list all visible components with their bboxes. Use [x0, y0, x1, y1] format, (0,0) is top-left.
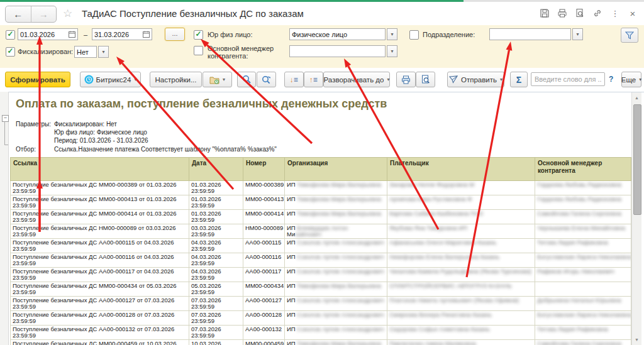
blurred-text: Якубова Яна Тимуровна ИП: [389, 224, 467, 231]
help-button[interactable]: ?: [609, 75, 613, 84]
more-button[interactable]: Еще ▾: [621, 72, 641, 87]
scroll-down-icon[interactable]: ▼: [632, 336, 641, 344]
table-row[interactable]: Поступление безналичных ДС АА00-000128 о…: [11, 311, 631, 326]
forward-button[interactable]: →: [31, 6, 57, 22]
header-date[interactable]: Дата: [189, 158, 243, 181]
chevron-down-icon: ▾: [387, 77, 389, 82]
report-variant-icon: [209, 75, 219, 84]
save-icon[interactable]: [538, 7, 551, 19]
blurred-text: Гордеева Любовь Радионовна: [537, 181, 621, 188]
link-icon[interactable]: [591, 7, 604, 19]
send-button[interactable]: Отправить ▾: [447, 72, 504, 87]
bitrix24-button[interactable]: Битрикс24 ▾: [80, 72, 141, 87]
blurred-text: Тимофеева Мира Валерьевна: [297, 195, 381, 202]
table-row[interactable]: Поступление безналичных ДС НМ00-000089 о…: [11, 224, 631, 239]
param-entity: Юр физ лицо: Физическое лицо: [54, 129, 147, 136]
scroll-up-icon[interactable]: ▲: [632, 94, 641, 102]
cell-number: АА00-000132: [243, 326, 285, 340]
fiscal-checkbox[interactable]: ✓: [6, 47, 15, 57]
expand-to-button[interactable]: Разворачивать до ▾: [323, 72, 390, 87]
cell-number: АА00-000117: [243, 268, 285, 282]
entity-checkbox[interactable]: ✓: [194, 30, 203, 40]
table-row[interactable]: Поступление безналичных ДС АА00-000127 о…: [11, 297, 631, 311]
division-select[interactable]: [489, 28, 571, 40]
entity-select[interactable]: Физическое лицо: [289, 28, 386, 40]
cell-ref: Поступление безналичных ДС ММ00-000459 о…: [11, 340, 189, 345]
period-checkbox[interactable]: ✓: [6, 30, 15, 40]
cell-date: 04.03.202623:59:59: [189, 268, 243, 282]
back-button[interactable]: ←: [6, 6, 31, 22]
filter-panel: ✓ 01.03.2026 – 31.03.2026 ... ✓ Фискализ…: [0, 25, 644, 68]
period-to-input[interactable]: 31.03.2026: [92, 28, 152, 40]
table-row[interactable]: Поступление безналичных ДС ММ00-000459 о…: [11, 340, 631, 345]
search-next-icon: [262, 75, 272, 84]
print-preview-icon[interactable]: [574, 7, 586, 19]
blurred-text: Павлюченко Амина Маликовна: [389, 340, 476, 345]
expand-to-label: Разворачивать до: [324, 76, 384, 84]
send-label: Отправить: [461, 76, 497, 84]
blurred-text: Тимофеева Мира Валерьевна: [297, 340, 381, 345]
report-variants-button[interactable]: ▾: [203, 72, 232, 87]
division-checkbox[interactable]: [409, 30, 419, 40]
manager-label: Основной менеджер контрагента:: [208, 45, 274, 60]
calendar-icon[interactable]: [69, 31, 75, 38]
cell-organization: ИП Тимофеева Мира Валерьевна: [285, 210, 387, 224]
favorite-star-icon[interactable]: ☆: [63, 7, 72, 20]
close-icon[interactable]: ×: [626, 7, 639, 19]
blurred-text: Карпова Сабина Казбековна ПАО: [389, 210, 483, 217]
cell-number: ММ00-000459: [243, 340, 285, 345]
manager-select[interactable]: [289, 45, 386, 57]
cell-ref: Поступление безналичных ДС АА00-000127 о…: [11, 297, 189, 311]
scrollbar-thumb[interactable]: [633, 104, 641, 215]
blurred-text: Платонов Никита Артемьевич (Якова Уфимов…: [389, 297, 519, 304]
cell-payer: Смирнова Венера Ринатовна Казань: [387, 311, 535, 326]
search-input[interactable]: [531, 72, 605, 86]
table-row[interactable]: Поступление безналичных ДС ММ00-000389 о…: [11, 181, 631, 195]
table-row[interactable]: Поступление безналичных ДС АА00-000115 о…: [11, 239, 631, 253]
search-button[interactable]: [237, 72, 256, 87]
period-from-input[interactable]: 01.03.2026: [18, 28, 78, 40]
more-menu-icon[interactable]: ⋮: [609, 7, 621, 19]
manager-dropdown-button[interactable]: ▾: [387, 45, 397, 57]
calendar-icon[interactable]: [143, 31, 150, 38]
search-next-button[interactable]: [257, 72, 276, 87]
header-ref[interactable]: Ссылка: [11, 158, 189, 181]
fiscal-label: Фискализирован:: [18, 48, 73, 55]
cell-payer: Захарова Нелли Федоровна М: [387, 181, 535, 195]
header-organization[interactable]: Организация: [285, 158, 387, 181]
table-row[interactable]: Поступление безналичных ДС ММ00-000414 о…: [11, 210, 631, 224]
sum-button[interactable]: Σ: [510, 72, 528, 87]
print-icon: [401, 75, 411, 84]
table-row[interactable]: Поступление безналичных ДС АА00-000116 о…: [11, 253, 631, 268]
generate-button[interactable]: Сформировать: [5, 72, 70, 87]
settings-button[interactable]: Настройки...: [150, 72, 202, 87]
table-row[interactable]: Поступление безналичных ДС ММ00-000413 о…: [11, 195, 631, 210]
sort-descending-button[interactable]: ↓≡: [284, 72, 304, 87]
blurred-text: Самойлова Галина Сергеевна: [537, 210, 621, 217]
cell-payer: Якубова Яна Тимуровна ИП: [387, 224, 535, 239]
fiscal-select[interactable]: Нет: [74, 46, 97, 58]
table-row[interactable]: Поступление безналичных ДС АА00-000132 о…: [11, 326, 631, 340]
blurred-text: Соколов Артем Александрович: [297, 253, 384, 260]
period-more-button[interactable]: ...: [165, 28, 185, 41]
list-bars-icon: ≡: [294, 75, 298, 84]
division-dropdown-button[interactable]: ▾: [572, 28, 583, 40]
sort-ascending-button[interactable]: ↑≡: [304, 72, 323, 87]
table-row[interactable]: Поступление безналичных ДС АА00-000117 о…: [11, 268, 631, 282]
print-button[interactable]: [396, 72, 416, 87]
filter-settings-button[interactable]: [621, 28, 638, 43]
blurred-text: Богуславская Лариса Николаевна: [537, 311, 631, 318]
cell-organization: ИП Соколов Артем Александрович: [285, 268, 387, 282]
manager-checkbox[interactable]: [194, 46, 203, 55]
vertical-scrollbar[interactable]: ▲ ▼: [631, 92, 641, 345]
header-payer[interactable]: Плательщик: [387, 158, 535, 181]
table-row[interactable]: Поступление безналичных ДС ММ00-000434 о…: [11, 282, 631, 297]
print-preview-button[interactable]: [416, 72, 435, 87]
blurred-text: СПЛИТСТРОЙСЕРВИС АВТОГРУЗ КАЗАНЬ: [389, 282, 512, 289]
fiscal-dropdown-button[interactable]: ▾: [98, 46, 109, 58]
header-number[interactable]: Номер: [243, 158, 285, 181]
entity-dropdown-button[interactable]: ▾: [387, 28, 397, 40]
cell-date: 04.03.202623:59:59: [189, 253, 243, 268]
print-icon[interactable]: [556, 7, 569, 19]
header-manager[interactable]: Основной менеджер контрагента: [535, 158, 631, 181]
